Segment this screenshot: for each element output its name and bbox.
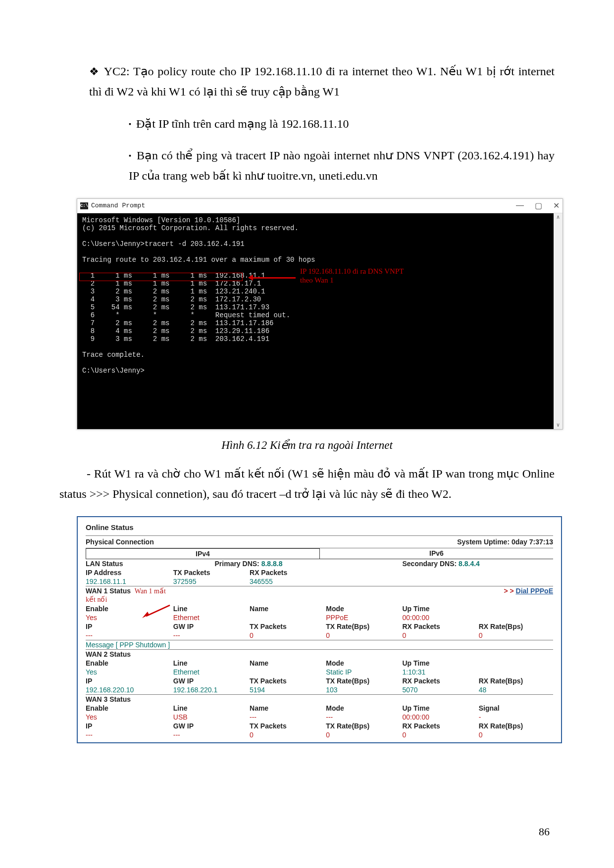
w2-uptime: 1:10:31 [403,668,477,676]
w3-line: USB [173,713,248,722]
cmd-titlebar: C:\ Command Prompt — ▢ ✕ [77,199,563,213]
wan2-status: WAN 2 Status [86,650,171,659]
system-uptime: System Uptime: 0day 7:37:13 [457,538,553,546]
w2-rxr: 48 [479,685,553,694]
sub1-text: Đặt IP tĩnh trên card mạng là 192.168.11… [136,117,349,130]
w1-txp: 0 [250,631,324,640]
rxpackets-label: RX Packets [250,568,324,577]
w3-ip: --- [86,730,171,739]
annotation-line2: theo Wan 1 [300,276,334,285]
lan-tx: 372595 [173,577,248,586]
bullet-sub1: ▪Đặt IP tĩnh trên card mạng là 192.168.1… [129,114,555,134]
cmd-title-text: Command Prompt [91,202,145,209]
w2-enable: Yes [86,668,171,676]
lbl-txr: TX Rate(Bps) [326,622,400,631]
bullet-yc2: ❖YC2: Tạo policy route cho IP 192.168.11… [89,61,555,102]
cmd-window: C:\ Command Prompt — ▢ ✕ Microsoft Windo… [77,198,563,430]
square-icon: ▪ [129,120,131,128]
arrow-icon [142,604,172,617]
w3-txr: 0 [326,730,400,739]
w1-txr: 0 [326,631,400,640]
wan3-status: WAN 3 Status [86,695,171,704]
w2-txr: 103 [326,685,400,694]
w1-rxr: 0 [479,631,553,640]
maximize-icon[interactable]: ▢ [535,201,542,210]
highlight-hop2 [79,273,243,281]
cmd-body: Microsoft Windows [Version 10.0.10586] (… [77,213,554,429]
txpackets-label: TX Packets [173,568,248,577]
w2-line: Ethernet [173,668,248,676]
lbl-rxr: RX Rate(Bps) [479,622,553,631]
w2-ip: 192.168.220.10 [86,685,171,694]
w1-ip: --- [86,631,171,640]
w2-rxp: 5070 [403,685,477,694]
w1-line: Ethernet [173,613,248,622]
scroll-down-icon[interactable]: ∨ [554,421,563,429]
w3-uptime: 00:00:00 [403,713,477,722]
lbl-rxp: RX Packets [403,622,477,631]
lan-status-label: LAN Status [86,559,171,568]
ipaddress-label: IP Address [86,568,171,577]
svg-line-0 [146,605,170,616]
w1-rxp: 0 [403,631,477,640]
sub2-text: Bạn có thể ping và tracert IP nào ngoài … [129,149,555,182]
lbl-line: Line [173,604,248,613]
figure-caption: Hình 6.12 Kiểm tra ra ngoài Internet [59,438,555,452]
lan-rx: 346555 [250,577,324,586]
diamond-icon: ❖ [89,65,100,78]
primary-dns: Primary DNS: 8.8.8.8 [173,559,324,568]
w3-enable: Yes [86,713,171,722]
lbl-uptime: Up Time [403,604,477,613]
w2-gw: 192.168.220.1 [173,685,248,694]
minimize-icon[interactable]: — [516,201,524,210]
lbl-gwip: GW IP [173,622,248,631]
paragraph: - Rút W1 ra và chờ cho W1 mất kết nối (W… [59,464,555,504]
dial-pppoe-link[interactable]: > > Dial PPPoE [479,586,553,604]
w3-mode: --- [326,713,400,722]
w3-rxp: 0 [403,730,477,739]
lbl-txp: TX Packets [250,622,324,631]
secondary-dns: Secondary DNS: 8.8.4.4 [403,559,553,568]
annotation-line1: IP 192.168.11.10 đi ra DNS VNPT [300,267,404,276]
w1-mode: PPPoE [326,613,400,622]
page-number: 86 [539,825,550,838]
yc2-text: YC2: Tạo policy route cho IP 192.168.11.… [89,65,555,98]
w3-name: --- [250,713,324,722]
wan1-status: WAN 1 Status Wan 1 mất kết nối [86,586,171,604]
w3-gw: --- [173,730,248,739]
lan-ip: 192.168.11.1 [86,577,171,586]
w1-uptime: 00:00:00 [403,613,477,622]
tab-ipv4[interactable]: IPv4 [86,548,320,559]
w3-rxr: 0 [479,730,553,739]
tab-ipv6[interactable]: IPv6 [320,548,553,559]
square-icon: ▪ [129,152,132,159]
w3-signal: - [479,713,553,722]
scrollbar[interactable]: ∧ ∨ [554,213,563,429]
lbl-ip: IP [86,622,171,631]
panel-title: Online Status [86,520,553,536]
bullet-sub2: ▪Bạn có thể ping và tracert IP nào ngoài… [129,145,555,186]
cmd-icon: C:\ [80,202,88,209]
scroll-up-icon[interactable]: ∧ [554,213,563,221]
w1-gw: --- [173,631,248,640]
svg-marker-1 [142,612,149,618]
close-icon[interactable]: ✕ [553,201,560,210]
w2-txp: 5194 [250,685,324,694]
arrow-icon [248,274,296,282]
w2-mode: Static IP [326,668,400,676]
lbl-name: Name [250,604,324,613]
lbl-mode: Mode [326,604,400,613]
w1-message: Message [ PPP Shutdown ] [86,640,553,650]
online-status-panel: Online Status Physical Connection System… [77,516,562,743]
physical-connection-label: Physical Connection [86,538,154,546]
w3-txp: 0 [250,730,324,739]
